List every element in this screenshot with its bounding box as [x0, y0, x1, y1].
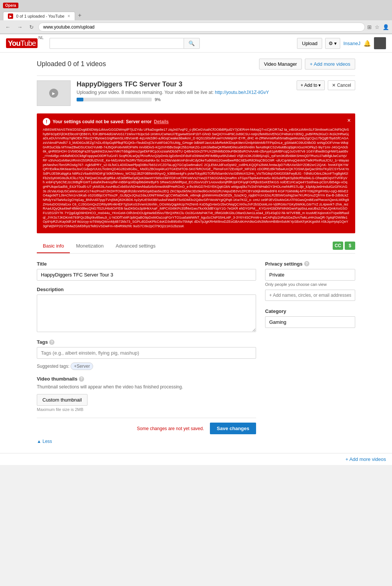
- description-group: Description: [37, 287, 256, 333]
- address-bar[interactable]: [38, 23, 365, 32]
- less-section: ▲ Less: [37, 439, 256, 447]
- video-actions: + Add to ▾ ✕ Cancel: [297, 80, 355, 90]
- tags-group: Tags ? Suggested tags: +Server: [37, 339, 256, 370]
- search-input[interactable]: [50, 38, 184, 49]
- upload-count-title: Uploaded 0 of 1 videos: [37, 60, 106, 68]
- upload-link[interactable]: http://youtu.be/rJX1Z-ilGvY: [215, 90, 269, 95]
- save-footer: Some changes are not yet saved. Save cha…: [37, 418, 256, 439]
- error-icon: !: [43, 118, 50, 125]
- tab-title: 0 of 1 uploaded - YouTube: [16, 14, 65, 18]
- category-group: Category Gaming: [265, 308, 355, 328]
- privacy-select[interactable]: Private: [265, 269, 355, 281]
- title-group: Title: [37, 261, 256, 281]
- error-body: AB8SWENtAiSTkW2DSDvg6E6DWp1zkIuvGGGDWmpl…: [43, 128, 349, 229]
- new-tab-btn[interactable]: +: [75, 11, 84, 20]
- video-upload-row: ▶ HappyDiggers TFC Server Tour 3 Uploadi…: [37, 76, 355, 110]
- yt-logo-icon: YouTube: [6, 38, 38, 48]
- add-to-btn[interactable]: + Add to ▾: [297, 80, 325, 90]
- tab-icons: CC $: [333, 242, 355, 250]
- star-icon[interactable]: ☆: [375, 24, 380, 30]
- dollar-icon[interactable]: $: [345, 242, 355, 250]
- upload-container: Uploaded 0 of 1 videos Video Manager + A…: [31, 53, 361, 453]
- add-more-videos-btn[interactable]: + Add more videos: [305, 59, 355, 69]
- youtube-header: YouTube NL 🔍 Upload ⚙ ▾ InsaneJ 🔔: [0, 34, 392, 53]
- cancel-upload-btn[interactable]: ✕ Cancel: [328, 80, 355, 90]
- thumbnails-desc: Thumbnail selections will appear when th…: [37, 384, 256, 390]
- search-button[interactable]: 🔍: [184, 38, 200, 49]
- progress-fill: [77, 98, 83, 101]
- error-close-btn[interactable]: ×: [347, 117, 351, 124]
- user-nav-icon[interactable]: 👤: [383, 24, 389, 30]
- privacy-group: Privacy settings ? Private Only people y…: [265, 261, 355, 301]
- progress-row: 9%: [77, 97, 291, 102]
- privacy-help-icon[interactable]: ?: [304, 261, 309, 266]
- tags-input[interactable]: [37, 347, 256, 359]
- back-btn[interactable]: ←: [3, 23, 13, 31]
- progress-percent: 9%: [155, 97, 161, 102]
- header-buttons: Video Manager + Add more videos: [259, 59, 355, 69]
- video-title: HappyDiggers TFC Server Tour 3: [77, 80, 291, 88]
- description-input[interactable]: [37, 295, 256, 332]
- error-title: Your settings could not be saved: Server…: [53, 119, 152, 125]
- thumbnails-help-icon[interactable]: ?: [79, 376, 84, 382]
- play-icon: ▶: [49, 89, 58, 98]
- video-thumbnail: ▶: [37, 80, 71, 106]
- active-tab[interactable]: ▶ 0 of 1 uploaded - YouTube ×: [3, 12, 75, 20]
- forward-btn[interactable]: →: [15, 23, 25, 31]
- search-bar: 🔍: [50, 38, 200, 49]
- settings-btn[interactable]: ⚙ ▾: [325, 38, 340, 49]
- error-box: ! Your settings could not be saved: Serv…: [37, 113, 355, 233]
- nav-icons: ⊞ ☆ 👤: [367, 24, 389, 30]
- notification-bell-icon[interactable]: 🔔: [363, 40, 371, 47]
- username-link[interactable]: InsaneJ: [343, 41, 360, 46]
- privacy-description: Only people you choose can view: [265, 282, 355, 287]
- header-right: Upload ⚙ ▾ InsaneJ 🔔: [297, 37, 386, 49]
- less-btn[interactable]: ▲ Less: [37, 439, 256, 444]
- gear-icon: ⚙: [329, 41, 333, 46]
- title-label: Title: [37, 261, 256, 267]
- progress-bar: [77, 98, 152, 101]
- page-content: YouTube NL 🔍 Upload ⚙ ▾ InsaneJ 🔔 Upload…: [0, 34, 392, 465]
- error-details-link[interactable]: Details: [154, 119, 169, 125]
- form-layout: Title Description Tags ? Suggest: [37, 261, 355, 447]
- server-tag-chip[interactable]: +Server: [71, 362, 93, 370]
- upload-btn[interactable]: Upload: [297, 38, 322, 49]
- upload-header: Uploaded 0 of 1 videos Video Manager + A…: [37, 59, 355, 69]
- refresh-btn[interactable]: ↻: [27, 23, 36, 31]
- title-bar: Opera: [0, 0, 392, 11]
- privacy-label: Privacy settings ?: [265, 261, 355, 267]
- tab-close-btn[interactable]: ×: [68, 14, 70, 19]
- title-input[interactable]: [37, 269, 256, 281]
- settings-dropdown-arrow: ▾: [334, 41, 337, 46]
- thumb-max-size: Maximum file size is 2MB: [37, 407, 256, 412]
- tabs-bar: Basic info Monetization Advanced setting…: [37, 239, 355, 254]
- category-select[interactable]: Gaming: [265, 316, 355, 328]
- tab-basic-info[interactable]: Basic info: [37, 239, 70, 253]
- suggested-tags: Suggested tags: +Server: [37, 361, 256, 370]
- description-label: Description: [37, 287, 256, 292]
- yt-country: NL: [38, 35, 44, 40]
- tab-advanced-settings[interactable]: Advanced settings: [110, 239, 161, 253]
- tags-label: Tags ?: [37, 339, 256, 345]
- user-avatar[interactable]: [374, 37, 386, 49]
- save-changes-btn[interactable]: Save changes: [210, 423, 256, 434]
- cc-icon[interactable]: CC: [333, 242, 343, 250]
- grid-icon[interactable]: ⊞: [367, 24, 372, 30]
- video-info: HappyDiggers TFC Server Tour 3 Uploading…: [77, 80, 291, 102]
- thumbnails-section: Video thumbnails ? Thumbnail selections …: [37, 376, 256, 412]
- tab-favicon: ▶: [8, 14, 13, 19]
- tab-bar: ▶ 0 of 1 uploaded - YouTube × +: [0, 11, 392, 20]
- thumbnails-label: Video thumbnails ?: [37, 376, 256, 382]
- add-people-input[interactable]: [265, 290, 355, 301]
- browser-chrome: Opera ▶ 0 of 1 uploaded - YouTube × + ← …: [0, 0, 392, 34]
- youtube-logo-text: YouTube: [6, 38, 38, 48]
- tags-help-icon[interactable]: ?: [49, 340, 54, 345]
- error-header: ! Your settings could not be saved: Serv…: [43, 118, 349, 125]
- custom-thumbnail-btn[interactable]: Custom thumbnail: [37, 394, 87, 406]
- tab-monetization[interactable]: Monetization: [70, 239, 110, 253]
- video-manager-btn[interactable]: Video Manager: [259, 59, 302, 69]
- add-more-bottom-btn[interactable]: + Add more videos: [345, 456, 386, 462]
- form-right: Privacy settings ? Private Only people y…: [265, 261, 355, 447]
- unsaved-message: Some changes are not yet saved.: [137, 426, 204, 431]
- bottom-bar: + Add more videos: [0, 453, 392, 465]
